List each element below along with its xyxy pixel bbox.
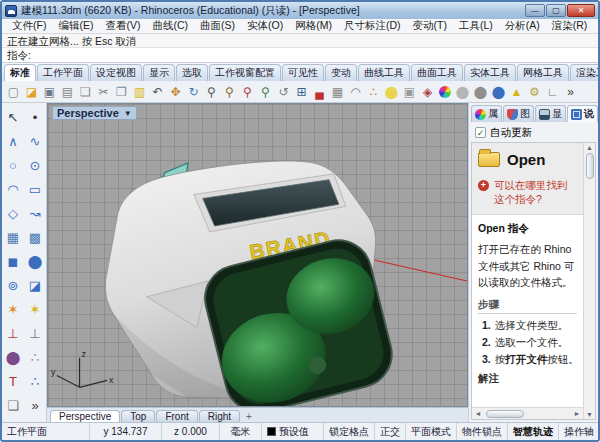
scroll-right-icon[interactable]: ► [571, 410, 583, 417]
sidebar-overflow-icon[interactable]: » [24, 393, 46, 417]
plane-icon[interactable]: ◪ [24, 273, 46, 297]
lamp-icon[interactable]: ⬤ [383, 83, 400, 100]
render-preview-icon[interactable]: ▦ [329, 83, 346, 100]
tab-render-tools[interactable]: 渲染工具 [570, 64, 600, 81]
vertical-scroll-thumb[interactable] [586, 153, 594, 179]
where-to-find-link[interactable]: + 可以在哪里找到这个指令? [472, 176, 583, 215]
horizontal-scroll-thumb[interactable] [486, 410, 524, 418]
copy-icon[interactable]: ❐ [113, 83, 130, 100]
status-smarttrack[interactable]: 智慧轨迹 [508, 423, 559, 440]
object-snap-icon[interactable]: ∴ [365, 83, 382, 100]
close-button[interactable]: ✕ [567, 4, 595, 17]
menu-tools[interactable]: 工具(L) [453, 19, 499, 33]
tab-mesh-tools[interactable]: 网格工具 [517, 64, 569, 81]
perspective-viewport[interactable]: Perspective ▼ [47, 103, 468, 407]
polygon-icon[interactable]: ◇ [2, 201, 24, 225]
scroll-up-icon[interactable]: ▲ [586, 144, 593, 151]
zoom-window-icon[interactable]: ⚲ [221, 83, 238, 100]
tab-layers[interactable]: 图 [503, 105, 534, 122]
tab-display[interactable]: 显示 [143, 64, 175, 81]
expand-plus-icon[interactable]: + [478, 180, 489, 191]
vptab-front[interactable]: Front [156, 410, 197, 422]
zoom-selected-icon[interactable]: ⚲ [239, 83, 256, 100]
point-icon[interactable]: • [24, 105, 46, 129]
cylinder-icon[interactable]: ⊚ [2, 273, 24, 297]
tab-display[interactable]: 显 [535, 105, 566, 122]
extrude-icon[interactable]: ✶ [24, 297, 46, 321]
tab-viewport-layout[interactable]: 工作视窗配置 [209, 64, 281, 81]
title-bar[interactable]: 建模111.3dm (6620 KB) - Rhinoceros (Educat… [2, 2, 598, 19]
chamfer-icon[interactable]: ⊥ [24, 321, 46, 345]
surface-icon[interactable]: ▦ [2, 225, 24, 249]
tab-curve-tools[interactable]: 曲线工具 [358, 64, 410, 81]
menu-view[interactable]: 查看(V) [99, 19, 146, 33]
status-grid-snap[interactable]: 锁定格点 [324, 423, 375, 440]
hierarchy-icon[interactable]: ∟ [544, 83, 561, 100]
notes-icon[interactable]: ❏ [2, 393, 24, 417]
menu-transform[interactable]: 变动(T) [407, 19, 453, 33]
status-units[interactable]: 毫米 [220, 423, 262, 440]
paste-icon[interactable]: ▥ [131, 83, 148, 100]
explode-icon[interactable]: ✶ [2, 297, 24, 321]
sphere-gray-icon[interactable]: ⬤ [454, 83, 471, 100]
toolbar-overflow-icon[interactable]: » [562, 83, 579, 100]
rectangle-icon[interactable]: ▭ [24, 177, 46, 201]
tab-visibility[interactable]: 可见性 [282, 64, 324, 81]
fillet-icon[interactable]: ⊥ [2, 321, 24, 345]
menu-solid[interactable]: 实体(O) [241, 19, 289, 33]
status-osnap[interactable]: 物件锁点 [457, 423, 508, 440]
viewport-title-menu[interactable]: Perspective ▼ [52, 106, 137, 120]
status-layer[interactable]: 预设值 [262, 423, 324, 440]
arc-icon[interactable]: ◠ [2, 177, 24, 201]
pan-icon[interactable]: ✥ [167, 83, 184, 100]
scroll-left-icon[interactable]: ◄ [472, 410, 484, 417]
undo-icon[interactable]: ↶ [149, 83, 166, 100]
cone-icon[interactable]: ▲ [508, 83, 525, 100]
maximize-button[interactable]: ▢ [546, 4, 566, 17]
sphere-icon[interactable]: ⬤ [24, 249, 46, 273]
print-icon[interactable]: ▤ [59, 83, 76, 100]
menu-edit[interactable]: 编辑(E) [52, 19, 99, 33]
sphere-dark-icon[interactable]: ⬤ [472, 83, 489, 100]
status-gumball[interactable]: 操作轴 [559, 423, 598, 440]
lock-icon[interactable]: ▣ [401, 83, 418, 100]
menu-mesh[interactable]: 网格(M) [289, 19, 338, 33]
control-curve-icon[interactable]: ∿ [24, 129, 46, 153]
cut-icon[interactable]: ✂ [95, 83, 112, 100]
vptab-top[interactable]: Top [121, 410, 155, 422]
tab-set-view[interactable]: 设定视图 [90, 64, 142, 81]
tab-help[interactable]: 说 [567, 105, 598, 122]
sphere-blue-icon[interactable]: ⬤ [490, 83, 507, 100]
new-file-icon[interactable]: ▢ [5, 83, 22, 100]
boolean-difference-icon[interactable]: ∴ [24, 345, 46, 369]
status-cplane[interactable]: 工作平面 [2, 423, 90, 440]
tab-solid-tools[interactable]: 实体工具 [464, 64, 516, 81]
rotate-view-icon[interactable]: ↻ [185, 83, 202, 100]
scroll-down-icon[interactable]: ▼ [586, 411, 593, 418]
boolean-union-icon[interactable]: ⬤ [2, 345, 24, 369]
menu-analyze[interactable]: 分析(A) [499, 19, 546, 33]
menu-surface[interactable]: 曲面(S) [194, 19, 241, 33]
tab-properties[interactable]: 属 [471, 105, 502, 122]
menu-curve[interactable]: 曲线(C) [146, 19, 194, 33]
select-icon[interactable]: ↖ [2, 105, 24, 129]
text-icon[interactable]: T [2, 369, 24, 393]
ellipse-icon[interactable]: ⊙ [24, 153, 46, 177]
menu-dimension[interactable]: 尺寸标注(D) [338, 19, 407, 33]
color-wheel-icon[interactable]: ⬤ [439, 86, 451, 98]
add-viewport-tab-icon[interactable]: + [241, 411, 257, 422]
menu-panels[interactable]: 面板(P) [593, 19, 600, 33]
save-icon[interactable]: ▣ [41, 83, 58, 100]
tab-cplane[interactable]: 工作平面 [37, 64, 89, 81]
minimize-button[interactable]: — [525, 4, 545, 17]
vptab-perspective[interactable]: Perspective [50, 410, 120, 422]
zoom-dynamic-icon[interactable]: ⚲ [203, 83, 220, 100]
menu-render[interactable]: 渲染(R) [546, 19, 594, 33]
status-ortho[interactable]: 正交 [375, 423, 406, 440]
arc-tool-icon[interactable]: ◠ [347, 83, 364, 100]
chevron-down-icon[interactable]: ▼ [124, 109, 132, 118]
control-points-icon[interactable]: ∴ [24, 369, 46, 393]
tab-transform[interactable]: 变动 [325, 64, 357, 81]
circle-icon[interactable]: ○ [2, 153, 24, 177]
copy-to-clipboard-icon[interactable]: ❏ [77, 83, 94, 100]
